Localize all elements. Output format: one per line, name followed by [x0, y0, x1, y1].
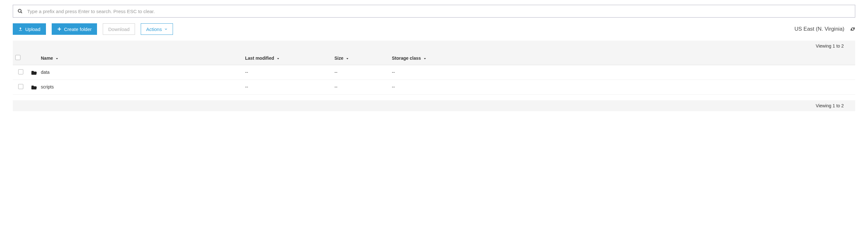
svg-point-0 [18, 9, 21, 12]
object-table: Name Last modified Size Storage class [13, 52, 855, 95]
region-area: US East (N. Virginia) [794, 26, 855, 32]
table-row[interactable]: scripts -- -- -- [13, 80, 855, 94]
folder-icon [31, 85, 37, 89]
svg-marker-5 [56, 58, 58, 59]
search-bar [13, 5, 855, 18]
row-size: -- [332, 80, 389, 94]
svg-marker-8 [424, 58, 426, 59]
search-input[interactable] [27, 5, 855, 17]
upload-button[interactable]: Upload [13, 23, 46, 35]
col-name-label: Name [41, 56, 53, 61]
toolbar: Upload Create folder Download Actions US… [13, 23, 855, 35]
plus-icon [57, 27, 62, 31]
col-last-modified-label: Last modified [245, 56, 274, 61]
col-storage-class-label: Storage class [392, 56, 421, 61]
upload-label: Upload [25, 27, 40, 32]
download-button: Download [103, 23, 135, 35]
table-header-row: Name Last modified Size Storage class [13, 52, 855, 65]
row-size: -- [332, 65, 389, 80]
row-name[interactable]: data [38, 65, 243, 80]
row-checkbox[interactable] [18, 69, 23, 74]
folder-icon [31, 70, 37, 75]
caret-down-icon [56, 57, 58, 60]
col-size[interactable]: Size [332, 52, 389, 65]
select-all-checkbox[interactable] [15, 55, 21, 60]
caret-down-icon [424, 57, 426, 60]
pager-text: Viewing 1 to 2 [816, 103, 844, 108]
actions-button[interactable]: Actions [141, 23, 173, 35]
pager-bottom: Viewing 1 to 2 [13, 100, 855, 111]
actions-label: Actions [146, 27, 162, 32]
region-label: US East (N. Virginia) [794, 26, 844, 32]
svg-rect-4 [57, 29, 61, 29]
pager-top: Viewing 1 to 2 [13, 40, 855, 52]
download-label: Download [108, 27, 130, 32]
table-row[interactable]: data -- -- -- [13, 65, 855, 80]
svg-marker-7 [346, 58, 348, 59]
search-icon [13, 9, 27, 14]
row-checkbox[interactable] [18, 84, 23, 89]
svg-line-1 [21, 12, 22, 13]
row-storage-class: -- [389, 80, 855, 94]
col-size-label: Size [335, 56, 343, 61]
upload-icon [18, 27, 23, 31]
refresh-button[interactable] [850, 27, 855, 32]
row-last-modified: -- [243, 65, 332, 80]
col-name[interactable]: Name [38, 52, 243, 65]
create-folder-label: Create folder [64, 27, 92, 32]
caret-down-icon [277, 57, 280, 60]
pager-text: Viewing 1 to 2 [816, 43, 844, 49]
caret-down-icon [346, 57, 349, 60]
row-last-modified: -- [243, 80, 332, 94]
row-storage-class: -- [389, 65, 855, 80]
col-last-modified[interactable]: Last modified [243, 52, 332, 65]
svg-rect-2 [19, 30, 22, 31]
row-name[interactable]: scripts [38, 80, 243, 94]
col-storage-class[interactable]: Storage class [389, 52, 855, 65]
create-folder-button[interactable]: Create folder [52, 23, 97, 35]
chevron-down-icon [164, 27, 167, 31]
svg-marker-6 [277, 58, 279, 59]
